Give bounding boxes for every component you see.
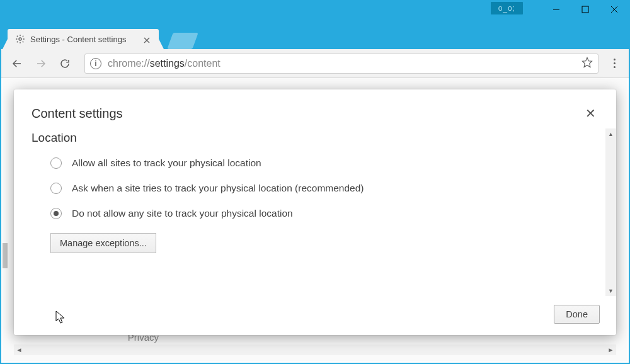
scroll-right-arrow[interactable]: ► [605, 344, 616, 355]
radio-row-allow-all[interactable]: Allow all sites to track your physical l… [50, 157, 598, 169]
tab-close-button[interactable] [144, 35, 152, 43]
titlebar-emoticon: o_o; [491, 2, 523, 14]
scroll-down-arrow[interactable]: ▼ [605, 285, 616, 296]
radio-label: Ask when a site tries to track your phys… [72, 183, 364, 194]
forward-button[interactable] [30, 53, 52, 74]
address-bar[interactable]: i chrome://settings/content [84, 54, 598, 74]
scroll-left-arrow[interactable]: ◄ [14, 344, 25, 355]
site-info-icon[interactable]: i [90, 58, 101, 69]
done-button[interactable]: Done [554, 305, 600, 324]
back-button[interactable] [6, 53, 28, 74]
radio-row-ask[interactable]: Ask when a site tries to track your phys… [50, 183, 598, 194]
radio-row-deny[interactable]: Do not allow any site to track your phys… [50, 208, 598, 219]
bookmark-star-icon[interactable] [581, 57, 593, 71]
browser-menu-button[interactable] [605, 59, 624, 68]
section-title-location: Location [32, 131, 598, 145]
modal-body: Location Allow all sites to track your p… [14, 128, 616, 296]
minimize-button[interactable] [542, 0, 571, 19]
manage-exceptions-button[interactable]: Manage exceptions... [50, 233, 156, 253]
modal-vertical-scrollbar[interactable]: ▲ ▼ [605, 128, 616, 296]
radio-button[interactable] [50, 183, 62, 194]
gear-icon [15, 34, 25, 44]
maximize-button[interactable] [571, 0, 600, 19]
svg-marker-9 [583, 57, 592, 67]
radio-label: Do not allow any site to track your phys… [72, 208, 293, 219]
new-tab-button[interactable] [167, 33, 198, 49]
modal-footer: Done [14, 296, 616, 335]
radio-label: Allow all sites to track your physical l… [72, 157, 261, 169]
window-titlebar: o_o; [1, 0, 629, 21]
radio-button-selected[interactable] [50, 208, 62, 219]
svg-rect-1 [582, 6, 588, 13]
content-settings-modal: Content settings ✕ Location Allow all si… [14, 89, 616, 335]
modal-close-button[interactable]: ✕ [583, 103, 598, 123]
scroll-up-arrow[interactable]: ▲ [605, 128, 616, 139]
close-window-button[interactable] [600, 0, 629, 19]
page-content-area: Privacy ◄ ► Content settings ✕ Location … [3, 78, 627, 361]
modal-title: Content settings [32, 106, 123, 121]
reload-button[interactable] [54, 53, 76, 74]
modal-header: Content settings ✕ [14, 89, 616, 128]
radio-button[interactable] [50, 157, 62, 169]
tab-title: Settings - Content settings [30, 35, 140, 44]
tab-strip: Settings - Content settings [1, 21, 629, 49]
browser-toolbar: i chrome://settings/content [1, 49, 629, 78]
url-text: chrome://settings/content [108, 58, 220, 69]
svg-point-4 [19, 38, 21, 40]
browser-tab-settings[interactable]: Settings - Content settings [8, 29, 159, 49]
horizontal-scrollbar[interactable]: ◄ ► [14, 344, 616, 355]
page-scrollbar-thumb-peek [3, 243, 8, 268]
